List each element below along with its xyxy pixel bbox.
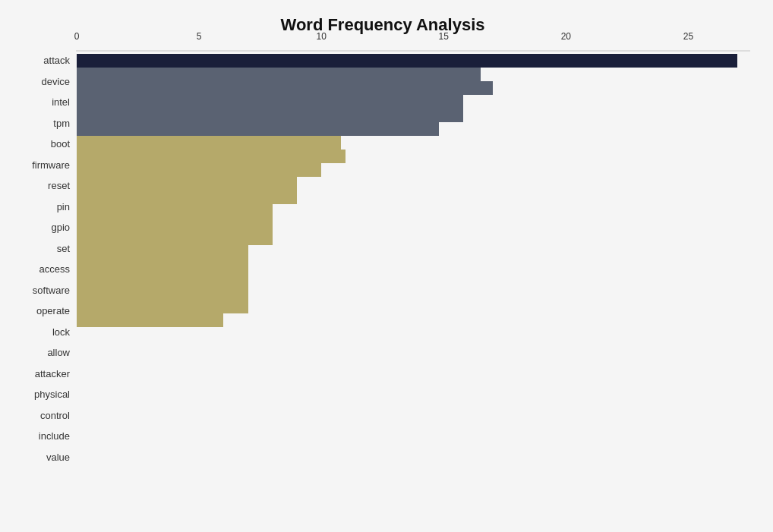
y-label: access (15, 260, 76, 279)
bar (77, 150, 345, 163)
bar (77, 163, 321, 177)
bar-row (77, 122, 749, 136)
bar-row (77, 245, 749, 259)
bar-row (77, 136, 749, 150)
y-label: operate (15, 301, 76, 321)
bar-row (77, 313, 749, 327)
chart-container: Word Frequency Analysis attackdeviceinte… (0, 0, 773, 532)
plot-wrapper: 0510152025 Frequency (76, 50, 750, 490)
y-label: attacker (15, 364, 76, 383)
chart-area: attackdeviceinteltpmbootfirmwareresetpin… (15, 50, 750, 490)
y-label: physical (15, 385, 76, 405)
bar (77, 95, 463, 109)
bar (77, 177, 297, 190)
bar (77, 231, 273, 245)
bar-row (77, 81, 749, 95)
y-label: lock (15, 322, 76, 342)
bar (77, 218, 273, 231)
bar-row (77, 177, 749, 190)
y-label: pin (15, 197, 76, 216)
bar (77, 136, 341, 150)
y-label: firmware (15, 155, 76, 175)
plot-area: 0510152025 (76, 50, 750, 52)
y-label: set (15, 238, 76, 258)
bars-container (77, 51, 749, 57)
y-label: allow (15, 343, 76, 363)
bar-row (77, 218, 749, 231)
y-label: control (15, 405, 76, 425)
bar-row (77, 95, 749, 109)
bar (77, 68, 481, 81)
x-tick: 20 (561, 31, 571, 42)
bar-row (77, 150, 749, 163)
bar (77, 272, 248, 286)
x-tick: 15 (439, 31, 449, 42)
bar-row (77, 300, 749, 313)
y-label: software (15, 280, 76, 300)
bar-row (77, 190, 749, 204)
y-axis: attackdeviceinteltpmbootfirmwareresetpin… (15, 50, 76, 490)
bar (77, 204, 273, 218)
y-label: boot (15, 134, 76, 154)
bar (77, 190, 297, 204)
bar (77, 300, 248, 313)
bar (77, 81, 493, 95)
bar-row (77, 54, 749, 68)
bar (77, 259, 248, 272)
y-label: value (15, 447, 76, 467)
bar-row (77, 286, 749, 300)
bar (77, 286, 248, 300)
bar-row (77, 272, 749, 286)
bar-row (77, 204, 749, 218)
y-label: tpm (15, 113, 76, 133)
x-axis: 0510152025 (77, 28, 749, 51)
y-label: reset (15, 176, 76, 196)
bar-row (77, 163, 749, 177)
bar (77, 245, 248, 259)
y-label: intel (15, 93, 76, 112)
x-tick: 0 (74, 31, 80, 42)
y-label: include (15, 427, 76, 446)
x-tick: 5 (197, 31, 202, 42)
bar (77, 122, 439, 136)
bar (77, 54, 737, 68)
bar-row (77, 109, 749, 122)
x-tick: 10 (316, 31, 326, 42)
y-label: attack (15, 51, 76, 71)
y-label: gpio (15, 218, 76, 238)
bar-row (77, 259, 749, 272)
x-tick: 25 (683, 31, 693, 42)
bar-row (77, 231, 749, 245)
bar (77, 313, 223, 327)
bar-row (77, 68, 749, 81)
y-label: device (15, 71, 76, 91)
bar (77, 109, 463, 122)
